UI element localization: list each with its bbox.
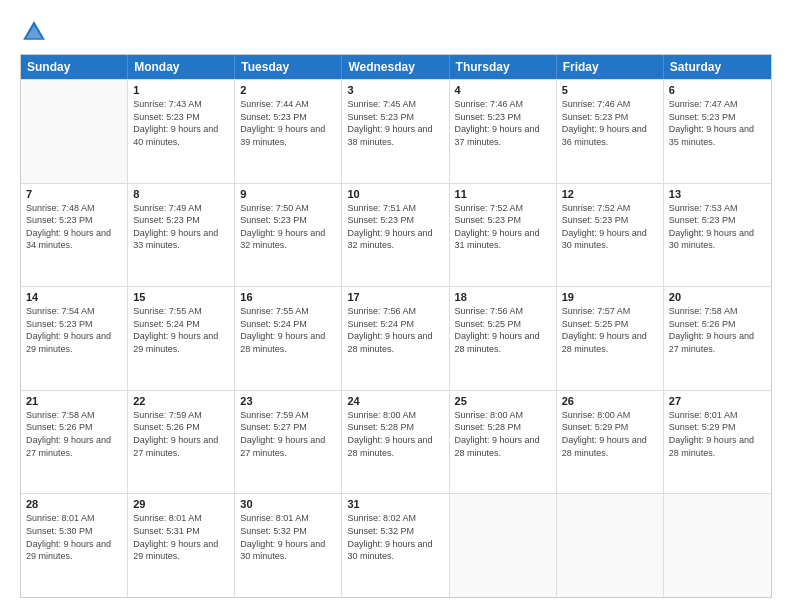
header [20,18,772,46]
cal-cell-21: 21Sunrise: 7:58 AMSunset: 5:26 PMDayligh… [21,391,128,494]
cal-cell-empty-4-5 [557,494,664,597]
cell-day-number: 27 [669,395,766,407]
cal-cell-5: 5Sunrise: 7:46 AMSunset: 5:23 PMDaylight… [557,80,664,183]
header-day-saturday: Saturday [664,55,771,79]
cal-cell-4: 4Sunrise: 7:46 AMSunset: 5:23 PMDaylight… [450,80,557,183]
cell-info: Sunrise: 7:56 AMSunset: 5:25 PMDaylight:… [455,305,551,355]
cell-info: Sunrise: 8:00 AMSunset: 5:29 PMDaylight:… [562,409,658,459]
cell-day-number: 17 [347,291,443,303]
logo-icon [20,18,48,46]
cell-day-number: 24 [347,395,443,407]
cell-day-number: 8 [133,188,229,200]
cell-info: Sunrise: 7:59 AMSunset: 5:27 PMDaylight:… [240,409,336,459]
cal-cell-16: 16Sunrise: 7:55 AMSunset: 5:24 PMDayligh… [235,287,342,390]
cal-cell-31: 31Sunrise: 8:02 AMSunset: 5:32 PMDayligh… [342,494,449,597]
cell-day-number: 21 [26,395,122,407]
cell-info: Sunrise: 7:58 AMSunset: 5:26 PMDaylight:… [669,305,766,355]
cell-info: Sunrise: 8:02 AMSunset: 5:32 PMDaylight:… [347,512,443,562]
cell-info: Sunrise: 7:59 AMSunset: 5:26 PMDaylight:… [133,409,229,459]
cell-day-number: 13 [669,188,766,200]
cell-day-number: 9 [240,188,336,200]
cal-cell-13: 13Sunrise: 7:53 AMSunset: 5:23 PMDayligh… [664,184,771,287]
page: SundayMondayTuesdayWednesdayThursdayFrid… [0,0,792,612]
cal-cell-19: 19Sunrise: 7:57 AMSunset: 5:25 PMDayligh… [557,287,664,390]
cell-day-number: 15 [133,291,229,303]
cal-cell-8: 8Sunrise: 7:49 AMSunset: 5:23 PMDaylight… [128,184,235,287]
cell-info: Sunrise: 7:43 AMSunset: 5:23 PMDaylight:… [133,98,229,148]
cell-day-number: 30 [240,498,336,510]
cal-cell-26: 26Sunrise: 8:00 AMSunset: 5:29 PMDayligh… [557,391,664,494]
cal-cell-11: 11Sunrise: 7:52 AMSunset: 5:23 PMDayligh… [450,184,557,287]
cell-info: Sunrise: 7:49 AMSunset: 5:23 PMDaylight:… [133,202,229,252]
calendar: SundayMondayTuesdayWednesdayThursdayFrid… [20,54,772,598]
cell-info: Sunrise: 7:45 AMSunset: 5:23 PMDaylight:… [347,98,443,148]
cal-cell-18: 18Sunrise: 7:56 AMSunset: 5:25 PMDayligh… [450,287,557,390]
cell-info: Sunrise: 7:51 AMSunset: 5:23 PMDaylight:… [347,202,443,252]
cell-day-number: 31 [347,498,443,510]
cell-info: Sunrise: 7:52 AMSunset: 5:23 PMDaylight:… [455,202,551,252]
cal-cell-empty-4-4 [450,494,557,597]
cal-cell-7: 7Sunrise: 7:48 AMSunset: 5:23 PMDaylight… [21,184,128,287]
cell-day-number: 28 [26,498,122,510]
cell-info: Sunrise: 7:53 AMSunset: 5:23 PMDaylight:… [669,202,766,252]
header-day-wednesday: Wednesday [342,55,449,79]
calendar-header: SundayMondayTuesdayWednesdayThursdayFrid… [21,55,771,79]
cell-info: Sunrise: 7:58 AMSunset: 5:26 PMDaylight:… [26,409,122,459]
cell-info: Sunrise: 7:47 AMSunset: 5:23 PMDaylight:… [669,98,766,148]
cal-cell-10: 10Sunrise: 7:51 AMSunset: 5:23 PMDayligh… [342,184,449,287]
cal-cell-6: 6Sunrise: 7:47 AMSunset: 5:23 PMDaylight… [664,80,771,183]
cell-day-number: 5 [562,84,658,96]
cal-cell-28: 28Sunrise: 8:01 AMSunset: 5:30 PMDayligh… [21,494,128,597]
cal-cell-empty-0-0 [21,80,128,183]
cell-day-number: 11 [455,188,551,200]
week-row-2: 7Sunrise: 7:48 AMSunset: 5:23 PMDaylight… [21,183,771,287]
header-day-friday: Friday [557,55,664,79]
cal-cell-2: 2Sunrise: 7:44 AMSunset: 5:23 PMDaylight… [235,80,342,183]
header-day-sunday: Sunday [21,55,128,79]
cal-cell-29: 29Sunrise: 8:01 AMSunset: 5:31 PMDayligh… [128,494,235,597]
cal-cell-23: 23Sunrise: 7:59 AMSunset: 5:27 PMDayligh… [235,391,342,494]
cal-cell-1: 1Sunrise: 7:43 AMSunset: 5:23 PMDaylight… [128,80,235,183]
cal-cell-17: 17Sunrise: 7:56 AMSunset: 5:24 PMDayligh… [342,287,449,390]
header-day-thursday: Thursday [450,55,557,79]
cell-info: Sunrise: 7:55 AMSunset: 5:24 PMDaylight:… [240,305,336,355]
cell-day-number: 14 [26,291,122,303]
cell-day-number: 10 [347,188,443,200]
week-row-1: 1Sunrise: 7:43 AMSunset: 5:23 PMDaylight… [21,79,771,183]
cell-day-number: 18 [455,291,551,303]
cal-cell-9: 9Sunrise: 7:50 AMSunset: 5:23 PMDaylight… [235,184,342,287]
cell-day-number: 22 [133,395,229,407]
cell-day-number: 19 [562,291,658,303]
cell-info: Sunrise: 8:01 AMSunset: 5:29 PMDaylight:… [669,409,766,459]
cell-info: Sunrise: 7:46 AMSunset: 5:23 PMDaylight:… [455,98,551,148]
header-day-tuesday: Tuesday [235,55,342,79]
cell-info: Sunrise: 7:48 AMSunset: 5:23 PMDaylight:… [26,202,122,252]
cell-day-number: 1 [133,84,229,96]
cal-cell-27: 27Sunrise: 8:01 AMSunset: 5:29 PMDayligh… [664,391,771,494]
cal-cell-20: 20Sunrise: 7:58 AMSunset: 5:26 PMDayligh… [664,287,771,390]
cell-day-number: 4 [455,84,551,96]
cell-day-number: 25 [455,395,551,407]
cal-cell-14: 14Sunrise: 7:54 AMSunset: 5:23 PMDayligh… [21,287,128,390]
week-row-4: 21Sunrise: 7:58 AMSunset: 5:26 PMDayligh… [21,390,771,494]
cell-info: Sunrise: 8:00 AMSunset: 5:28 PMDaylight:… [347,409,443,459]
cell-info: Sunrise: 7:46 AMSunset: 5:23 PMDaylight:… [562,98,658,148]
cell-day-number: 23 [240,395,336,407]
cell-day-number: 12 [562,188,658,200]
cell-info: Sunrise: 8:01 AMSunset: 5:31 PMDaylight:… [133,512,229,562]
cell-info: Sunrise: 8:00 AMSunset: 5:28 PMDaylight:… [455,409,551,459]
cell-info: Sunrise: 7:55 AMSunset: 5:24 PMDaylight:… [133,305,229,355]
cell-day-number: 6 [669,84,766,96]
cell-info: Sunrise: 7:56 AMSunset: 5:24 PMDaylight:… [347,305,443,355]
cell-day-number: 3 [347,84,443,96]
logo [20,18,52,46]
cell-day-number: 7 [26,188,122,200]
calendar-body: 1Sunrise: 7:43 AMSunset: 5:23 PMDaylight… [21,79,771,597]
cell-info: Sunrise: 7:54 AMSunset: 5:23 PMDaylight:… [26,305,122,355]
week-row-5: 28Sunrise: 8:01 AMSunset: 5:30 PMDayligh… [21,493,771,597]
header-day-monday: Monday [128,55,235,79]
cal-cell-25: 25Sunrise: 8:00 AMSunset: 5:28 PMDayligh… [450,391,557,494]
cal-cell-12: 12Sunrise: 7:52 AMSunset: 5:23 PMDayligh… [557,184,664,287]
cell-info: Sunrise: 8:01 AMSunset: 5:32 PMDaylight:… [240,512,336,562]
cal-cell-15: 15Sunrise: 7:55 AMSunset: 5:24 PMDayligh… [128,287,235,390]
